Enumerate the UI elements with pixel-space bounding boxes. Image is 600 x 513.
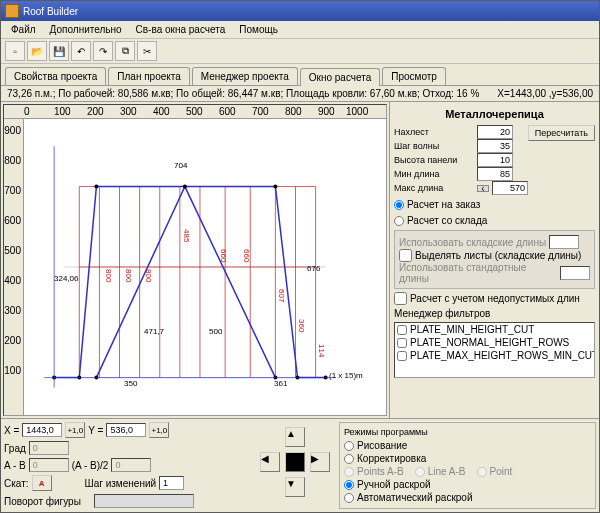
y-field[interactable]: 536,0	[106, 423, 146, 437]
nav-up[interactable]: ▲	[285, 427, 305, 447]
svg-point-19	[183, 185, 187, 189]
filter-3[interactable]	[397, 351, 407, 361]
nav-center[interactable]	[285, 452, 305, 472]
nav-down[interactable]: ▼	[285, 477, 305, 497]
max-len-field[interactable]: 570	[492, 181, 528, 195]
mode-draw[interactable]	[344, 441, 354, 451]
status-right: X=1443,00 ,y=536,00	[497, 88, 593, 99]
mode-manual[interactable]	[344, 480, 354, 490]
drawing-canvas[interactable]: 704 324,06 471,7 500 350 361 676 (1 x 15…	[24, 119, 386, 415]
tb-copy[interactable]: ⧉	[115, 41, 135, 61]
mode-auto[interactable]	[344, 493, 354, 503]
modes-group: Режимы программы Рисование Корректировка…	[339, 422, 596, 509]
stock-len-select[interactable]	[549, 235, 579, 249]
material-title: Металлочерепица	[394, 106, 595, 122]
tb-cut[interactable]: ✂	[137, 41, 157, 61]
radio-stock[interactable]	[394, 216, 404, 226]
filter-mgr-label: Менеджер фильтров	[394, 308, 595, 319]
y-inc[interactable]: +1,0	[149, 422, 169, 438]
mode-point	[477, 467, 487, 477]
menu-file[interactable]: Файл	[5, 23, 42, 36]
min-len-field[interactable]: 85	[477, 167, 513, 181]
menubar: Файл Дополнительно Св-ва окна расчета По…	[1, 21, 599, 39]
titlebar: Roof Builder	[1, 1, 599, 21]
nav-right[interactable]: ▶	[310, 452, 330, 472]
app-icon	[5, 4, 19, 18]
overlap-field[interactable]: 20	[477, 125, 513, 139]
mode-correct[interactable]	[344, 454, 354, 464]
tb-open[interactable]: 📂	[27, 41, 47, 61]
step-field[interactable]: 1	[159, 476, 184, 490]
tb-save[interactable]: 💾	[49, 41, 69, 61]
side-panel: Металлочерепица Пересчитать Нахлест20 Ша…	[389, 102, 599, 418]
ruler-vertical: 900 800 700 600 500 400 300 200 100	[4, 119, 24, 415]
filter-1[interactable]	[397, 325, 407, 335]
x-field[interactable]: 1443,0	[22, 423, 62, 437]
toolbar: ▫ 📂 💾 ↶ ↷ ⧉ ✂	[1, 39, 599, 64]
slope-button[interactable]: A	[32, 475, 52, 491]
tabs: Свойства проекта План проекта Менеджер п…	[1, 64, 599, 86]
grad-field: 0	[29, 441, 69, 455]
tab-preview[interactable]: Просмотр	[382, 67, 446, 85]
ab2-field: 0	[111, 458, 151, 472]
chk-highlight[interactable]	[399, 249, 412, 262]
tab-calc-window[interactable]: Окно расчета	[300, 68, 381, 86]
x-inc[interactable]: +1,0	[65, 422, 85, 438]
filter-2[interactable]	[397, 338, 407, 348]
menu-help[interactable]: Помощь	[233, 23, 284, 36]
ab-field: 0	[29, 458, 69, 472]
nav-pad: ▲ ◀ ▶ ▼	[260, 427, 330, 497]
tb-redo[interactable]: ↷	[93, 41, 113, 61]
max-len-spin[interactable]: ‹	[477, 185, 489, 192]
tab-project-props[interactable]: Свойства проекта	[5, 67, 106, 85]
bottom-panel: X =1443,0 +1,0 Y =536,0 +1,0 Град0 A - B…	[1, 418, 599, 512]
tab-project-mgr[interactable]: Менеджер проекта	[192, 67, 298, 85]
tb-undo[interactable]: ↶	[71, 41, 91, 61]
tb-new[interactable]: ▫	[5, 41, 25, 61]
tab-project-plan[interactable]: План проекта	[108, 67, 190, 85]
mode-points-ab	[344, 467, 354, 477]
status-line: 73,26 п.м.; По рабочей: 80,586 м.кв; По …	[1, 86, 599, 102]
chk-forbidden-len[interactable]	[394, 292, 407, 305]
svg-point-20	[273, 185, 277, 189]
menu-extras[interactable]: Дополнительно	[44, 23, 128, 36]
svg-point-18	[94, 185, 98, 189]
panel-height-field[interactable]: 10	[477, 153, 513, 167]
ruler-horizontal: 0 100 200 300 400 500 600 700 800 900 10…	[4, 105, 386, 119]
mode-line-ab	[415, 467, 425, 477]
status-left: 73,26 п.м.; По рабочей: 80,586 м.кв; По …	[7, 88, 479, 99]
filter-list[interactable]: PLATE_MIN_HEIGHT_CUT PLATE_NORMAL_HEIGHT…	[394, 322, 595, 378]
canvas-area: 0 100 200 300 400 500 600 700 800 900 10…	[3, 104, 387, 416]
radio-order[interactable]	[394, 200, 404, 210]
recalc-button[interactable]: Пересчитать	[528, 125, 595, 141]
window-title: Roof Builder	[23, 6, 78, 17]
rotation-slider[interactable]	[94, 494, 194, 508]
std-len-select[interactable]	[560, 266, 590, 280]
nav-left[interactable]: ◀	[260, 452, 280, 472]
menu-calc-props[interactable]: Св-ва окна расчета	[130, 23, 232, 36]
wave-step-field[interactable]: 35	[477, 139, 513, 153]
